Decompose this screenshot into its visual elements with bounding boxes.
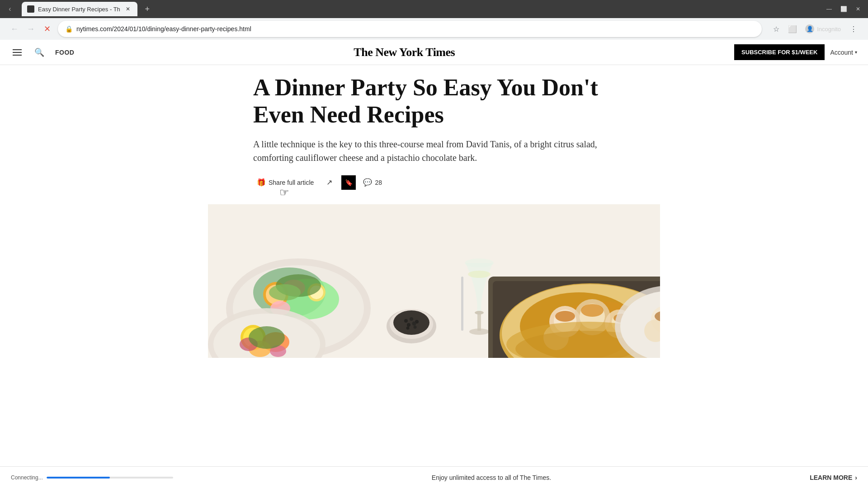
svg-point-29: [412, 321, 416, 325]
reload-stop-button[interactable]: ✕: [40, 22, 54, 36]
bottom-bar: Connecting... Enjoy unlimited access to …: [0, 466, 868, 488]
svg-rect-66: [461, 277, 463, 331]
article-area: A Dinner Party So Easy You Don't Even Ne…: [244, 65, 624, 197]
svg-point-35: [469, 328, 489, 335]
bookmark-icon: 🔖: [345, 179, 353, 186]
connecting-progress-fill: [47, 477, 110, 479]
browser-chrome: ‹ Easy Dinner Party Recipes - Th ✕ + — ⬜…: [0, 0, 868, 40]
nyt-logo: The New York Times: [354, 46, 455, 59]
svg-point-32: [465, 258, 494, 267]
tab-favicon: [27, 5, 34, 13]
svg-point-12: [269, 284, 301, 300]
svg-point-25: [404, 319, 408, 323]
learn-more-label: LEARN MORE: [810, 474, 852, 481]
section-label: FOOD: [55, 49, 74, 56]
learn-more-button[interactable]: LEARN MORE ›: [810, 474, 857, 481]
header-right: SUBSCRIBE FOR $1/WEEK Account ▾: [734, 44, 857, 60]
hamburger-menu-button[interactable]: [11, 47, 24, 57]
maximize-button[interactable]: ⬜: [837, 3, 850, 15]
svg-point-24: [393, 310, 429, 335]
account-button[interactable]: Account ▾: [830, 49, 857, 56]
article-image-wrapper: [208, 204, 660, 358]
svg-point-48: [555, 311, 575, 322]
food-image: [208, 204, 660, 358]
tab-scroll-left[interactable]: ‹: [4, 3, 16, 15]
share-article-icon: 🎁: [257, 178, 266, 187]
back-button[interactable]: ←: [7, 22, 22, 36]
connecting-progress-bar: [47, 477, 173, 479]
more-options-button[interactable]: ⋮: [846, 22, 861, 36]
svg-point-31: [414, 325, 417, 328]
hamburger-line-2: [13, 52, 22, 53]
tab-close-button[interactable]: ✕: [124, 5, 132, 13]
share-full-article-button[interactable]: 🎁 Share full article: [253, 176, 317, 188]
header-left: 🔍 FOOD: [11, 46, 74, 59]
share-article-label: Share full article: [269, 179, 314, 186]
svg-rect-34: [477, 313, 481, 331]
browser-tab-active[interactable]: Easy Dinner Party Recipes - Th ✕: [22, 2, 137, 16]
svg-point-30: [406, 326, 410, 329]
svg-point-50: [581, 304, 604, 317]
article-subtitle: A little technique is the key to this th…: [253, 137, 615, 164]
svg-point-28: [407, 323, 410, 327]
share-icon: ↗: [326, 178, 332, 186]
minimize-button[interactable]: —: [823, 3, 835, 15]
share-icon-button[interactable]: ↗: [325, 176, 334, 188]
svg-point-36: [468, 271, 491, 278]
incognito-label: Incognito: [817, 26, 841, 33]
tab-nav-left: ‹: [4, 3, 16, 15]
food-scene-svg: [208, 204, 660, 358]
browser-actions: ☆ ⬜ 👤 Incognito ⋮: [769, 22, 861, 36]
nyt-website: 🔍 FOOD The New York Times SUBSCRIBE FOR …: [0, 40, 868, 455]
address-bar-row: ← → ✕ 🔒 ☆ ⬜ 👤 Incognito ⋮: [0, 18, 868, 40]
close-button[interactable]: ✕: [852, 3, 864, 15]
save-bookmark-button[interactable]: 🔖: [341, 175, 356, 190]
bottom-left: Connecting...: [11, 474, 173, 481]
forward-button[interactable]: →: [24, 22, 38, 36]
connecting-status-text: Connecting...: [11, 474, 43, 481]
browser-titlebar: ‹ Easy Dinner Party Recipes - Th ✕ + — ⬜…: [0, 0, 868, 18]
hamburger-line-3: [13, 55, 22, 56]
tab-label: Easy Dinner Party Recipes - Th: [38, 6, 120, 13]
search-button[interactable]: 🔍: [31, 46, 48, 59]
nav-buttons: ← → ✕: [7, 22, 54, 36]
comments-count: 28: [375, 179, 382, 186]
hamburger-line-1: [13, 49, 22, 50]
account-label: Account: [830, 49, 853, 56]
incognito-button[interactable]: 👤 Incognito: [802, 23, 844, 35]
svg-point-26: [410, 317, 413, 321]
svg-point-21: [249, 326, 285, 349]
address-input[interactable]: [76, 25, 755, 33]
learn-more-chevron: ›: [855, 474, 857, 481]
reader-mode-button[interactable]: ⬜: [785, 22, 800, 36]
article-title: A Dinner Party So Easy You Don't Even Ne…: [253, 74, 615, 128]
security-icon: 🔒: [65, 25, 73, 33]
comments-icon: 💬: [363, 178, 372, 187]
account-chevron-icon: ▾: [855, 50, 857, 55]
incognito-icon: 👤: [805, 24, 814, 33]
subscribe-button[interactable]: SUBSCRIBE FOR $1/WEEK: [734, 44, 825, 60]
promo-text: Enjoy unlimited access to all of The Tim…: [432, 474, 551, 481]
bookmark-star-button[interactable]: ☆: [769, 22, 783, 36]
new-tab-button[interactable]: +: [141, 3, 154, 15]
nyt-header: 🔍 FOOD The New York Times SUBSCRIBE FOR …: [0, 40, 868, 65]
article-actions: 🎁 Share full article ↗ 🔖 💬 28: [253, 175, 615, 197]
comments-button[interactable]: 💬 28: [363, 178, 382, 187]
address-bar[interactable]: 🔒: [58, 21, 762, 37]
